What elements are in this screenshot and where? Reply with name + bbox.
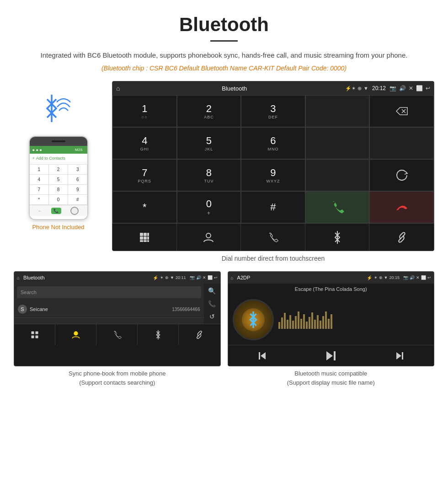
pb-screen-icon[interactable]: ⬜ (208, 275, 213, 280)
status-time: 20:12 (372, 85, 386, 91)
dial-key-3[interactable]: 3DEF (241, 95, 305, 127)
music-screen: ⌂ A2DP ⚡ ✶ ⊕ ▼ 20:15 📷 🔊 ✕ ⬜ ↩ (228, 271, 435, 366)
music-screen-icon[interactable]: ⬜ (421, 275, 426, 280)
dial-key-9[interactable]: 9WXYZ (241, 159, 305, 191)
search-placeholder: Search (21, 290, 37, 295)
music-prev-button[interactable] (228, 345, 297, 366)
dial-key-hash[interactable]: # (241, 191, 305, 223)
phone-key-5[interactable]: 5 (49, 175, 68, 184)
next-icon (394, 350, 405, 361)
phone-home-button[interactable] (70, 207, 79, 215)
dial-backspace[interactable] (369, 95, 434, 127)
search-bar[interactable]: Search (17, 286, 201, 298)
volume-icon[interactable]: 🔊 (399, 85, 406, 91)
dial-key-8[interactable]: 8TUV (177, 159, 241, 191)
wifi-signal-icon (57, 97, 70, 115)
grid-icon (139, 232, 150, 243)
pb-phone-icon (112, 330, 122, 339)
pb-back-icon[interactable]: ↩ (214, 275, 218, 280)
pb-call-icon[interactable]: 📞 (208, 300, 216, 307)
pb-signal-icon: ▼ (170, 275, 174, 280)
phone-mockup: ● ● ● M2S + Add to Contacts 1 2 3 4 5 6 … (29, 136, 88, 220)
phone-key-8[interactable]: 8 (49, 185, 68, 194)
pb-vol-icon[interactable]: 🔊 (196, 275, 201, 280)
dial-end-call-button[interactable] (369, 191, 434, 223)
dial-key-4[interactable]: 4GHI (112, 127, 177, 159)
screen-icon[interactable]: ⬜ (416, 85, 423, 91)
dial-key-star[interactable]: * (112, 191, 177, 223)
dial-key-6[interactable]: 6MNO (241, 127, 305, 159)
home-icon[interactable]: ⌂ (116, 85, 120, 92)
contact-row[interactable]: S Seicane 13566664466 (14, 301, 204, 318)
pb-action-contacts[interactable] (55, 324, 96, 345)
pb-action-grid[interactable] (14, 324, 55, 345)
pb-refresh-icon[interactable]: ↺ (209, 313, 215, 320)
pb-cam-icon[interactable]: 📷 (190, 275, 195, 280)
music-close-icon[interactable]: ✕ (416, 275, 420, 280)
action-link[interactable] (369, 224, 434, 251)
music-vol-icon[interactable]: 🔊 (410, 275, 415, 280)
music-home-icon[interactable]: ⌂ (231, 275, 234, 280)
eq-bar (300, 319, 302, 329)
music-play-pause-button[interactable] (297, 345, 365, 366)
phone-key-6[interactable]: 6 (68, 175, 87, 184)
pb-screen-title: Bluetooth (23, 275, 151, 280)
pb-action-bt[interactable] (138, 324, 179, 345)
play-pause-icon (325, 349, 337, 362)
eq-bar (322, 316, 324, 329)
dial-key-2[interactable]: 2ABC (177, 95, 241, 127)
camera-icon[interactable]: 📷 (389, 85, 396, 91)
left-phone-area: ● ● ● M2S + Add to Contacts 1 2 3 4 5 6 … (14, 81, 103, 231)
location-icon: ⊕ (357, 86, 362, 91)
bt-status-icon: ✶ (352, 86, 356, 91)
pb-search-icon[interactable]: 🔍 (208, 287, 216, 295)
contact-name: Seicane (30, 306, 169, 312)
phone-screen: ● ● ● M2S + Add to Contacts 1 2 3 4 5 6 … (30, 146, 87, 219)
phone-key-0[interactable]: 0 (49, 195, 68, 204)
phone-add-contact: + Add to Contacts (30, 154, 87, 163)
pb-close-icon[interactable]: ✕ (203, 275, 206, 280)
phone-key-2[interactable]: 2 (49, 165, 68, 174)
phone-key-1[interactable]: 1 (30, 165, 48, 174)
pb-home-icon[interactable]: ⌂ (17, 275, 20, 280)
pb-action-link[interactable] (179, 324, 220, 345)
action-contacts[interactable] (177, 224, 241, 251)
dial-key-5[interactable]: 5JKL (177, 127, 241, 159)
phone-key-4[interactable]: 4 (30, 175, 48, 184)
dial-key-7[interactable]: 7PQRS (112, 159, 177, 191)
music-next-button[interactable] (365, 345, 434, 366)
phone-key-9[interactable]: 9 (68, 185, 87, 194)
svg-rect-5 (144, 233, 147, 236)
svg-rect-4 (140, 233, 143, 236)
dial-call-button[interactable] (305, 191, 370, 223)
pb-status-bar: ⌂ Bluetooth ⚡ ✶ ⊕ ▼ 20:11 📷 🔊 ✕ ⬜ ↩ (14, 272, 220, 284)
music-usb-icon: ⚡ (367, 275, 372, 280)
phone-key-3[interactable]: 3 (68, 165, 87, 174)
contact-letter: S (18, 305, 27, 314)
backspace-icon (395, 107, 408, 116)
music-right-icons: 📷 🔊 ✕ ⬜ ↩ (403, 275, 431, 280)
phonebook-list: Search S Seicane 13566664466 (14, 284, 204, 324)
phone-key-hash[interactable]: # (68, 195, 87, 204)
close-icon[interactable]: ✕ (409, 85, 413, 91)
pb-action-phone[interactable] (96, 324, 138, 345)
phone-call-button[interactable]: 📞 (51, 208, 61, 214)
phone-key-7[interactable]: 7 (30, 185, 48, 194)
music-back-icon[interactable]: ↩ (427, 275, 431, 280)
dial-empty-4 (305, 159, 370, 191)
orange-info: (Bluetooth chip : CSR BC6 Default Blueto… (27, 64, 421, 72)
music-time: 20:15 (389, 275, 400, 280)
action-phone[interactable] (241, 224, 305, 251)
action-grid[interactable] (112, 224, 177, 251)
dial-redial[interactable] (369, 159, 434, 191)
music-cam-icon[interactable]: 📷 (403, 275, 408, 280)
back-icon[interactable]: ↩ (426, 85, 430, 91)
action-bluetooth[interactable] (305, 224, 370, 251)
dial-key-0[interactable]: 0+ (177, 191, 241, 223)
phone-key-star[interactable]: * (30, 195, 48, 204)
song-title: Escape (The Pina Colada Song) (295, 286, 367, 292)
dial-key-1[interactable]: 1○○ (112, 95, 177, 127)
eq-bar (331, 314, 332, 329)
phone-speaker (52, 140, 65, 142)
svg-rect-6 (147, 233, 149, 236)
